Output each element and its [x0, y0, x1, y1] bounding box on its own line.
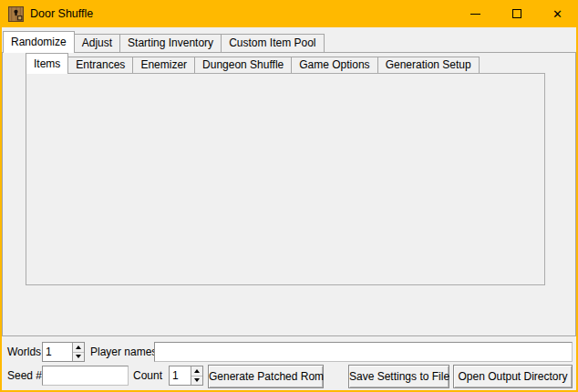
count-input[interactable] — [170, 366, 191, 385]
tab-enemizer[interactable]: Enemizer — [132, 57, 195, 73]
minimize-icon — [470, 14, 480, 15]
player-names-input[interactable] — [154, 342, 573, 362]
open-output-button[interactable]: Open Output Directory — [453, 365, 573, 388]
items-tab-page — [26, 73, 545, 285]
spin-up-icon[interactable] — [191, 366, 202, 377]
count-label: Count — [133, 366, 162, 386]
tab-custom-item-pool[interactable]: Custom Item Pool — [221, 34, 324, 52]
minimize-button[interactable] — [455, 0, 496, 27]
seed-input[interactable] — [42, 366, 129, 386]
maximize-button[interactable] — [496, 0, 537, 27]
save-settings-button[interactable]: Save Settings to File — [348, 365, 449, 388]
randomize-sub-tab-bar: Items Entrances Enemizer Dungeon Shuffle… — [26, 53, 479, 73]
close-button[interactable]: ✕ — [537, 0, 578, 27]
worlds-spin-buttons — [72, 343, 84, 361]
seed-label: Seed # — [7, 366, 42, 386]
spin-up-icon[interactable] — [73, 343, 84, 353]
spin-down-icon[interactable] — [73, 353, 84, 362]
count-spinbox — [169, 366, 203, 386]
spin-down-icon[interactable] — [191, 377, 202, 386]
tab-adjust[interactable]: Adjust — [74, 34, 120, 52]
titlebar[interactable]: Door Shuffle ✕ — [0, 0, 578, 27]
maximize-icon — [512, 9, 521, 18]
close-icon: ✕ — [552, 8, 563, 20]
worlds-label: Worlds — [7, 342, 41, 362]
window-title: Door Shuffle — [30, 7, 93, 20]
worlds-input[interactable] — [43, 343, 72, 361]
tab-starting-inventory[interactable]: Starting Inventory — [119, 34, 222, 52]
app-window: Door Shuffle ✕ Randomize Adjust Starting… — [0, 0, 578, 392]
tab-generation-setup[interactable]: Generation Setup — [377, 57, 480, 73]
generate-rom-button[interactable]: Generate Patched Rom — [208, 365, 324, 388]
tab-randomize[interactable]: Randomize — [3, 31, 75, 53]
player-names-label: Player names — [90, 342, 157, 362]
worlds-spinbox — [42, 342, 85, 362]
tab-entrances[interactable]: Entrances — [67, 57, 133, 73]
tab-items[interactable]: Items — [26, 53, 68, 74]
tab-game-options[interactable]: Game Options — [291, 57, 377, 73]
count-spin-buttons — [191, 366, 202, 385]
main-tab-bar: Randomize Adjust Starting Inventory Cust… — [3, 30, 324, 52]
app-icon — [8, 6, 24, 22]
tab-dungeon-shuffle[interactable]: Dungeon Shuffle — [194, 57, 292, 73]
